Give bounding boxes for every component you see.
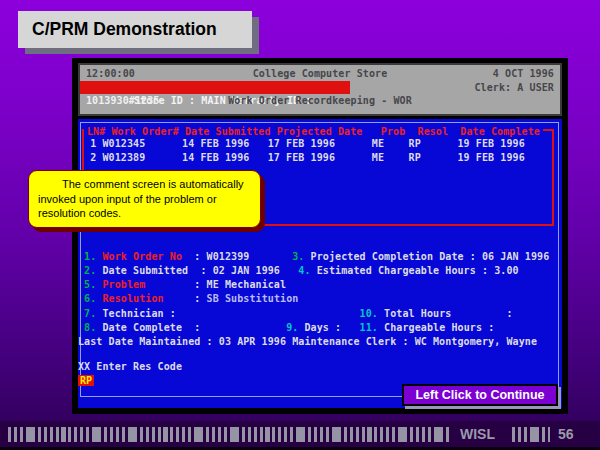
terminal-window: 12:00:00 College Computer Store 4 OCT 19… bbox=[72, 58, 568, 414]
terminal-header: 12:00:00 College Computer Store 4 OCT 19… bbox=[78, 63, 562, 116]
form-line-7: Last Date Maintained : 03 APR 1996 Maint… bbox=[78, 336, 537, 347]
form-line-6: 8. Date Complete : 9. Days : 11. Chargea… bbox=[78, 322, 494, 333]
screen-title: Work Order Recordkeeping - WOR bbox=[80, 95, 560, 106]
form-line-4: 6. Resolution : SB Substitution bbox=[78, 293, 298, 304]
date-text: 4 OCT 1996 bbox=[493, 68, 554, 79]
form-line-1: 1. Work Order No : W012399 3. Projected … bbox=[78, 251, 549, 262]
form-line-2: 2. Date Submitted : 02 JAN 1996 4. Estim… bbox=[78, 265, 519, 276]
store-id-bar: Store ID : MAIN Warranty ID : bbox=[80, 81, 350, 94]
table-row-2: 2 W012389 14 FEB 1996 17 FEB 1996 ME RP … bbox=[78, 152, 525, 163]
slide-title-text: C/PRM Demonstration bbox=[32, 19, 217, 39]
clerk-text: Clerk: A USER bbox=[474, 82, 554, 93]
slide: C/PRM Demonstration 12:00:00 College Com… bbox=[0, 0, 600, 450]
table-row-1: 1 W012345 14 FEB 1996 17 FEB 1996 ME RP … bbox=[78, 138, 525, 149]
page-number: 56 bbox=[558, 426, 574, 442]
comment-callout-text: The comment screen is automatically invo… bbox=[38, 178, 244, 219]
footer-bar: WISL 56 bbox=[0, 421, 600, 450]
barcode-strip-right bbox=[512, 427, 550, 442]
continue-button[interactable]: Left Click to Continue bbox=[402, 384, 558, 406]
continue-button-label: Left Click to Continue bbox=[415, 388, 544, 402]
wisl-logo: WISL bbox=[460, 426, 495, 442]
form-line-5: 7. Technician : 10. Total Hours : bbox=[78, 308, 513, 319]
table-header-line: LN# Work Order# Date Submitted Projected… bbox=[84, 126, 543, 137]
barcode-strip-left bbox=[8, 427, 452, 442]
prompt-line: XX Enter Res Code bbox=[78, 361, 182, 372]
terminal-body: LN# Work Order# Date Submitted Projected… bbox=[78, 119, 562, 408]
res-code-line: RP bbox=[78, 375, 94, 386]
store-name: College Computer Store bbox=[80, 68, 560, 79]
slide-title: C/PRM Demonstration bbox=[18, 11, 252, 48]
comment-callout: The comment screen is automatically invo… bbox=[28, 170, 261, 228]
form-line-3: 5. Problem : ME Mechanical bbox=[78, 279, 286, 290]
